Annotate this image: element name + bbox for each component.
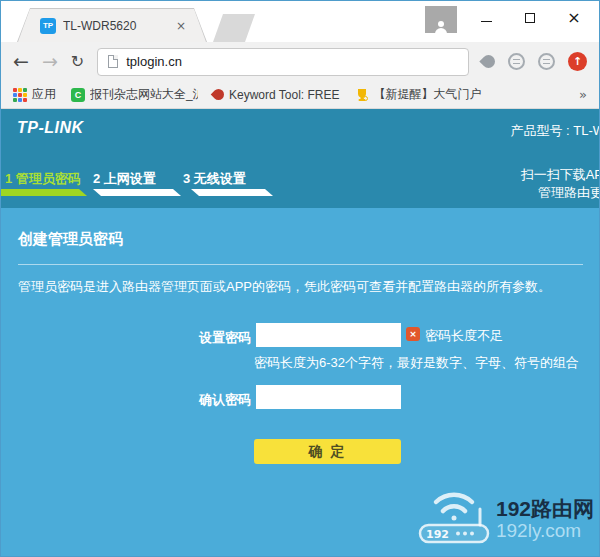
confirm-password-input[interactable] (256, 385, 401, 409)
url-text[interactable]: tplogin.cn (126, 54, 182, 69)
minimize-icon (481, 21, 492, 22)
step-tab-wireless-setup[interactable]: 3 无线设置 (183, 170, 246, 188)
divider (18, 264, 583, 265)
green-c-favicon-icon: C (71, 88, 85, 102)
bookmarks-bar: 应用 C 报刊杂志网站大全_沪 Keyword Tool: FREE 【新提醒】… (1, 81, 599, 109)
apps-grid-icon (13, 88, 27, 102)
forward-icon[interactable]: → (42, 52, 58, 71)
reload-icon[interactable]: ↻ (71, 54, 84, 70)
bookmark-label: 报刊杂志网站大全_沪 (90, 86, 198, 103)
bookmark-item[interactable]: Keyword Tool: FREE (213, 88, 340, 102)
tab-title: TL-WDR5620 (63, 19, 169, 33)
pen-extension-icon[interactable] (479, 52, 497, 70)
circle-extension-icon[interactable] (508, 53, 525, 70)
password-hint: 密码长度为6-32个字符，最好是数字、字母、符号的组合 (254, 354, 579, 372)
router-wifi-icon: 192 (416, 489, 494, 549)
router-page-header: TP-LINK 产品型号 : TL-W 1 管理员密码 2 上网设置 3 无线设… (1, 109, 599, 208)
maximize-icon (525, 13, 535, 23)
lines-icon (543, 59, 550, 64)
titlebar: TP TL-WDR5620 × × (1, 1, 599, 42)
tab-favicon-icon: TP (40, 18, 56, 34)
circle-extension-icon[interactable] (538, 53, 555, 70)
apps-shortcut[interactable]: 应用 (13, 86, 56, 103)
bookmark-label: 【新提醒】大气门户 (374, 86, 482, 103)
person-icon (434, 21, 448, 33)
step-tab-internet-setup[interactable]: 2 上网设置 (93, 170, 156, 188)
browser-tab[interactable]: TP TL-WDR5620 × (17, 8, 207, 42)
red-up-arrow-extension-icon[interactable]: ↑ (568, 52, 587, 71)
step-indicator (93, 189, 181, 196)
close-window-button[interactable]: × (552, 1, 596, 34)
step-label: 管理员密码 (16, 171, 81, 186)
tp-link-logo: TP-LINK (17, 119, 84, 137)
bookmarks-overflow-icon[interactable]: » (579, 87, 587, 102)
step-label: 上网设置 (104, 171, 156, 186)
confirm-password-label: 确认密码 (151, 391, 251, 409)
bookmark-item[interactable]: C 报刊杂志网站大全_沪 (71, 86, 198, 103)
confirm-button[interactable]: 确 定 (254, 439, 401, 464)
watermark-site-name: 192路由网 (496, 497, 594, 520)
page-icon (108, 55, 118, 68)
apps-label: 应用 (32, 86, 56, 103)
step-number: 3 (183, 171, 190, 186)
panel-title: 创建管理员密码 (18, 230, 123, 249)
password-description: 管理员密码是进入路由器管理页面或APP的密码，凭此密码可查看并配置路由器的所有参… (18, 278, 551, 296)
promo-line: 管理路由更 (521, 184, 600, 202)
app-download-promo: 扫一扫下载AP 管理路由更 (521, 166, 600, 202)
step-label: 无线设置 (194, 171, 246, 186)
trophy-favicon-icon (355, 88, 369, 102)
maximize-button[interactable] (508, 1, 552, 34)
browser-toolbar: ← → ↻ tplogin.cn ↑ (1, 42, 599, 81)
red-pen-favicon-icon (211, 87, 227, 103)
product-model-text: 产品型号 : TL-W (510, 122, 600, 140)
profile-avatar-button[interactable] (425, 6, 457, 33)
create-password-panel: 创建管理员密码 管理员密码是进入路由器管理页面或APP的密码，凭此密码可查看并配… (1, 208, 599, 556)
bookmark-item[interactable]: 【新提醒】大气门户 (355, 86, 482, 103)
set-password-label: 设置密码 (151, 329, 251, 347)
minimize-button[interactable] (464, 1, 508, 34)
bookmark-label: Keyword Tool: FREE (229, 88, 340, 102)
new-tab-button[interactable] (213, 14, 255, 42)
step-tab-admin-password[interactable]: 1 管理员密码 (5, 170, 81, 188)
error-message: 密码长度不足 (425, 327, 503, 345)
watermark-site-url: 192ly.com (496, 520, 594, 541)
setup-steps: 1 管理员密码 2 上网设置 3 无线设置 (1, 170, 599, 204)
address-bar[interactable]: tplogin.cn (97, 48, 469, 76)
promo-line: 扫一扫下载AP (521, 166, 600, 184)
step-indicator-active (1, 189, 87, 196)
step-number: 2 (93, 171, 100, 186)
svg-text:192: 192 (426, 528, 449, 541)
step-number: 1 (5, 171, 12, 186)
watermark: 192 192路由网 192ly.com (416, 489, 594, 549)
set-password-input[interactable] (256, 323, 401, 347)
browser-window: { "browser": { "tab": { "title": "TL-WDR… (0, 0, 600, 557)
error-icon: × (406, 327, 420, 341)
lines-icon (513, 59, 520, 64)
back-icon[interactable]: ← (13, 52, 29, 71)
tab-close-icon[interactable]: × (176, 19, 186, 33)
step-indicator (191, 189, 273, 196)
